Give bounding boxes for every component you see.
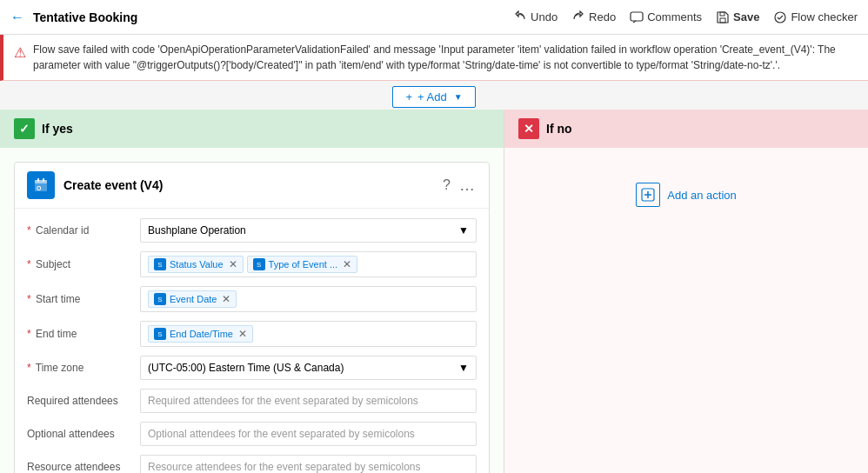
- card-title: Create event (V4): [63, 178, 163, 192]
- if-yes-header: ✓ If yes: [0, 110, 504, 148]
- panel-no: ✕ If no Add an action: [504, 110, 868, 473]
- add-icon: [641, 188, 655, 202]
- page-title: Tentative Booking: [33, 10, 513, 24]
- chevron-down-icon: ▼: [454, 92, 463, 102]
- timezone-input[interactable]: (UTC-05:00) Eastern Time (US & Canada) ▼: [140, 356, 477, 380]
- start-time-tag-icon: S: [154, 293, 166, 305]
- calendar-id-input[interactable]: Bushplane Operation ▼: [140, 218, 477, 243]
- resource-attendees-label: Resource attendees: [27, 461, 140, 473]
- timezone-label: * Time zone: [27, 362, 140, 374]
- end-time-tag: S End Date/Time ✕: [148, 325, 253, 343]
- resource-attendees-row: Resource attendees Resource attendees fo…: [15, 450, 489, 473]
- error-message: Flow save failed with code 'OpenApiOpera…: [33, 42, 858, 73]
- subject-row: * Subject S Status Value ✕ S Type o: [15, 247, 489, 282]
- undo-button[interactable]: Undo: [513, 10, 558, 24]
- subject-label: * Subject: [27, 258, 140, 270]
- svg-rect-6: [37, 178, 39, 182]
- tag-icon-2: S: [253, 258, 265, 270]
- required-attendees-input[interactable]: Required attendees for the event separat…: [140, 389, 477, 413]
- add-action-label: Add an action: [667, 189, 737, 202]
- event-form: * Calendar id Bushplane Operation ▼ * Su…: [15, 209, 489, 473]
- svg-text:O: O: [37, 185, 42, 191]
- tag-icon: S: [154, 258, 166, 270]
- optional-attendees-row: Optional attendees Optional attendees fo…: [15, 417, 489, 450]
- svg-rect-0: [631, 12, 643, 21]
- start-time-row: * Start time S Event Date ✕: [15, 282, 489, 316]
- calendar-id-label: * Calendar id: [27, 224, 140, 236]
- main-panels: ✓ If yes O: [0, 110, 868, 473]
- timezone-row: * Time zone (UTC-05:00) Eastern Time (US…: [15, 351, 489, 384]
- more-options-button[interactable]: …: [459, 177, 477, 195]
- save-button[interactable]: Save: [716, 10, 759, 24]
- optional-attendees-label: Optional attendees: [27, 428, 140, 440]
- card-header-left: O Create event (V4): [27, 171, 163, 199]
- tag-close-button[interactable]: ✕: [229, 258, 237, 270]
- panel-yes: ✓ If yes O: [0, 110, 504, 473]
- card-header-right: ? …: [443, 177, 477, 195]
- redo-icon: [571, 10, 585, 24]
- svg-rect-5: [35, 180, 47, 183]
- if-yes-label: If yes: [42, 122, 73, 136]
- resource-attendees-input[interactable]: Resource attendees for the event separat…: [140, 455, 477, 473]
- tag-close-button-2[interactable]: ✕: [343, 258, 351, 270]
- subject-tag-2: S Type of Event ... ✕: [247, 256, 358, 273]
- help-button[interactable]: ?: [443, 177, 451, 193]
- svg-point-3: [775, 12, 785, 23]
- start-time-input[interactable]: S Event Date ✕: [140, 286, 477, 312]
- add-button[interactable]: + + Add ▼: [392, 86, 475, 108]
- if-no-label: If no: [546, 122, 572, 136]
- calendar-icon: O: [32, 177, 50, 194]
- start-time-tag: S Event Date ✕: [148, 290, 237, 308]
- end-time-label: * End time: [27, 328, 140, 340]
- redo-button[interactable]: Redo: [571, 10, 616, 24]
- optional-attendees-input[interactable]: Optional attendees for the event separat…: [140, 422, 477, 446]
- calendar-id-row: * Calendar id Bushplane Operation ▼: [15, 214, 489, 247]
- error-banner: ⚠ Flow save failed with code 'OpenApiOpe…: [0, 35, 868, 81]
- end-time-tag-icon: S: [154, 328, 166, 340]
- subject-input[interactable]: S Status Value ✕ S Type of Event ... ✕: [140, 251, 477, 277]
- start-time-tag-close[interactable]: ✕: [222, 293, 230, 305]
- svg-rect-7: [43, 178, 44, 182]
- create-event-card: O Create event (V4) ? … *: [14, 162, 490, 473]
- comments-icon: [630, 10, 644, 24]
- flow-checker-icon: [773, 10, 787, 24]
- x-icon: ✕: [518, 118, 539, 139]
- svg-rect-2: [720, 12, 724, 16]
- check-icon: ✓: [14, 118, 35, 139]
- subject-tag-1: S Status Value ✕: [148, 256, 244, 273]
- save-icon: [716, 10, 730, 24]
- end-time-input[interactable]: S End Date/Time ✕: [140, 321, 477, 347]
- add-bar: + + Add ▼: [0, 81, 868, 110]
- end-time-tag-close[interactable]: ✕: [238, 328, 247, 340]
- add-action-icon: [636, 183, 660, 207]
- error-icon: ⚠: [14, 43, 26, 63]
- required-attendees-label: Required attendees: [27, 395, 140, 407]
- end-time-row: * End time S End Date/Time ✕: [15, 316, 489, 351]
- start-time-label: * Start time: [27, 293, 140, 305]
- comments-button[interactable]: Comments: [630, 10, 702, 24]
- header-actions: Undo Redo Comments Save Flow checker: [513, 10, 858, 24]
- flow-checker-button[interactable]: Flow checker: [773, 10, 858, 24]
- plus-icon: +: [405, 90, 412, 103]
- outlook-icon: O: [27, 171, 55, 199]
- timezone-chevron-icon: ▼: [458, 362, 469, 374]
- back-button[interactable]: ←: [10, 10, 24, 25]
- add-action-button[interactable]: Add an action: [504, 148, 868, 242]
- if-no-header: ✕ If no: [504, 110, 868, 148]
- undo-icon: [513, 10, 527, 24]
- app-header: ← Tentative Booking Undo Redo Comments S…: [0, 0, 868, 35]
- required-attendees-row: Required attendees Required attendees fo…: [15, 384, 489, 417]
- card-header: O Create event (V4) ? …: [15, 163, 489, 209]
- svg-rect-1: [720, 18, 725, 23]
- dropdown-chevron-icon: ▼: [458, 224, 469, 236]
